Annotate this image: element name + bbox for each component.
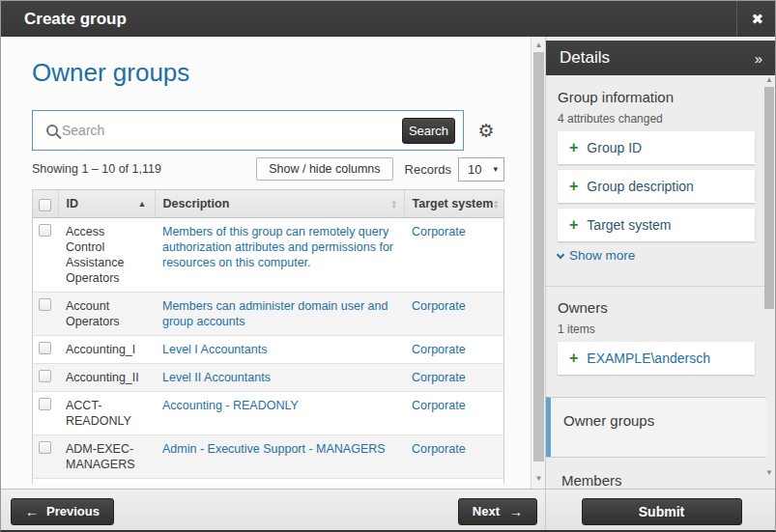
- table-row[interactable]: Access Control Assistance OperatorsMembe…: [33, 218, 504, 293]
- column-header-id[interactable]: ID ▲: [58, 190, 155, 218]
- table-row[interactable]: Accounting_IILevel II AccountantsCorpora…: [33, 364, 504, 392]
- search-settings-button[interactable]: ⚙: [470, 110, 503, 151]
- cell-description-link[interactable]: Accounting - READONLY: [162, 399, 299, 412]
- select-all-checkbox[interactable]: [39, 199, 51, 211]
- next-label: Next: [473, 504, 500, 518]
- sort-down-icon: ▾: [494, 204, 498, 209]
- scroll-down-icon[interactable]: ▼: [763, 468, 775, 477]
- table-body: Access Control Assistance OperatorsMembe…: [33, 218, 504, 485]
- row-checkbox-cell[interactable]: [33, 479, 58, 485]
- groups-table: ID ▲ Description ▴ ▾: [32, 189, 504, 484]
- step-owner-groups[interactable]: Owner groups: [546, 397, 766, 457]
- submit-button[interactable]: Submit: [582, 498, 742, 525]
- table-row[interactable]: ACCT-READONLYAccounting - READONLYCorpor…: [33, 392, 504, 435]
- attribute-label: Target system: [587, 217, 671, 233]
- cell-target-system-link[interactable]: Corporate: [412, 299, 466, 313]
- cell-id: ADM-EXEC-MANAGERS: [58, 435, 155, 479]
- row-checkbox[interactable]: [39, 398, 51, 410]
- search-button[interactable]: Search: [402, 118, 455, 144]
- next-button[interactable]: Next →: [458, 498, 537, 525]
- search-box: Search: [32, 110, 464, 151]
- attributes-changed-text: 4 attributes changed: [558, 112, 663, 126]
- table-row[interactable]: ADM-EXEC-READWRITEAdmin - Executive Supp…: [33, 479, 504, 485]
- row-checkbox-cell[interactable]: [33, 392, 58, 435]
- row-checkbox[interactable]: [39, 224, 51, 237]
- row-checkbox[interactable]: [39, 370, 51, 382]
- cell-description-link[interactable]: Members of this group can remotely query…: [162, 225, 393, 269]
- group-info-cards: +Group ID+Group description+Target syste…: [558, 131, 755, 247]
- column-header-description[interactable]: Description ▴ ▾: [155, 190, 404, 218]
- scroll-up-icon[interactable]: ▲: [763, 75, 775, 84]
- previous-button[interactable]: ← Previous: [11, 498, 114, 525]
- table-row[interactable]: Account OperatorsMembers can administer …: [33, 293, 504, 336]
- scrollbar-thumb[interactable]: [764, 87, 774, 309]
- cell-id: Accounting_II: [58, 364, 155, 392]
- arrow-left-icon: ←: [25, 504, 39, 519]
- attribute-card[interactable]: +Group ID: [558, 131, 755, 164]
- show-hide-columns-button[interactable]: Show / hide columns: [256, 157, 392, 181]
- row-checkbox-cell[interactable]: [33, 336, 58, 364]
- search-row: Search ⚙: [32, 110, 504, 151]
- owners-count-text: 1 items: [558, 322, 595, 336]
- collapse-panel-button[interactable]: »: [755, 50, 776, 67]
- records-label: Records: [405, 162, 451, 177]
- plus-icon: +: [569, 179, 578, 194]
- row-checkbox-cell[interactable]: [33, 293, 58, 336]
- main-scrollbar[interactable]: ▲ ▼: [531, 37, 545, 489]
- divider: [546, 286, 766, 287]
- attribute-card[interactable]: +Target system: [558, 209, 755, 241]
- table-row[interactable]: ADM-EXEC-MANAGERSAdmin - Executive Suppo…: [33, 435, 504, 479]
- step-members[interactable]: Members: [546, 457, 766, 489]
- table-toolbar: Showing 1 – 10 of 1,119 Show / hide colu…: [32, 156, 504, 182]
- owners-title: Owners: [558, 299, 608, 316]
- table-row[interactable]: Accounting_ILevel I AccountantsCorporate: [33, 336, 504, 364]
- details-footer: Submit: [545, 489, 776, 532]
- wizard-footer: ← Previous Next →: [1, 489, 545, 532]
- cell-id: ACCT-READONLY: [58, 392, 155, 435]
- show-more-link[interactable]: Show more: [558, 248, 635, 263]
- cell-target-system-link[interactable]: Corporate: [412, 442, 466, 456]
- table-header-row: ID ▲ Description ▴ ▾: [33, 190, 504, 218]
- search-input[interactable]: [62, 123, 402, 138]
- cell-target-system-link[interactable]: Corporate: [412, 371, 466, 384]
- row-checkbox[interactable]: [39, 342, 51, 354]
- search-icon: [46, 125, 58, 136]
- row-checkbox-cell[interactable]: [33, 218, 58, 293]
- cell-id: Accounting_I: [58, 336, 155, 364]
- dialog-titlebar: Create group ✖: [1, 1, 776, 37]
- show-more-label: Show more: [569, 248, 635, 263]
- chevron-down-icon: [557, 250, 564, 258]
- scroll-up-icon[interactable]: ▲: [532, 41, 546, 49]
- row-checkbox[interactable]: [39, 298, 51, 311]
- select-all-header[interactable]: [33, 190, 58, 218]
- details-header: Details »: [546, 41, 776, 75]
- details-scrollbar[interactable]: ▲ ▼: [763, 75, 775, 489]
- column-header-target-system[interactable]: Target system ▴ ▾: [404, 190, 504, 218]
- cell-description-link[interactable]: Level I Accountants: [162, 343, 267, 356]
- row-checkbox[interactable]: [39, 441, 51, 454]
- cell-description-link[interactable]: Admin - Executive Support - MANAGERS: [162, 442, 386, 456]
- records-dropdown[interactable]: 10 ▾: [458, 157, 504, 182]
- cell-target-system-link[interactable]: Corporate: [412, 225, 466, 238]
- step-label: Members: [561, 472, 622, 489]
- row-checkbox-cell[interactable]: [33, 364, 58, 392]
- scroll-down-icon[interactable]: ▼: [532, 474, 546, 483]
- attribute-label: Group ID: [587, 140, 642, 155]
- close-button[interactable]: ✖: [736, 1, 776, 37]
- cell-description-link[interactable]: Members can administer domain user and g…: [162, 299, 388, 328]
- cell-id: Account Operators: [58, 293, 155, 336]
- attribute-card[interactable]: +Group description: [558, 170, 755, 203]
- wizard-steps: Owner groupsMembers: [546, 397, 766, 489]
- cell-description-link[interactable]: Level II Accountants: [162, 371, 271, 384]
- scrollbar-thumb[interactable]: [533, 52, 544, 462]
- dialog-title: Create group: [1, 10, 127, 29]
- records-control: Records 10 ▾: [405, 157, 504, 182]
- attribute-card[interactable]: +EXAMPLE\andersch: [558, 342, 755, 375]
- cell-target-system-link[interactable]: Corporate: [412, 343, 466, 356]
- records-value: 10: [468, 162, 493, 177]
- cell-target-system-link[interactable]: Corporate: [412, 399, 466, 412]
- main-content: Owner groups Search ⚙ Showing 1 – 10 of …: [1, 37, 531, 489]
- row-checkbox-cell[interactable]: [33, 435, 58, 479]
- cell-id: ADM-EXEC-READWRITE: [58, 479, 155, 485]
- step-label: Owner groups: [563, 412, 654, 429]
